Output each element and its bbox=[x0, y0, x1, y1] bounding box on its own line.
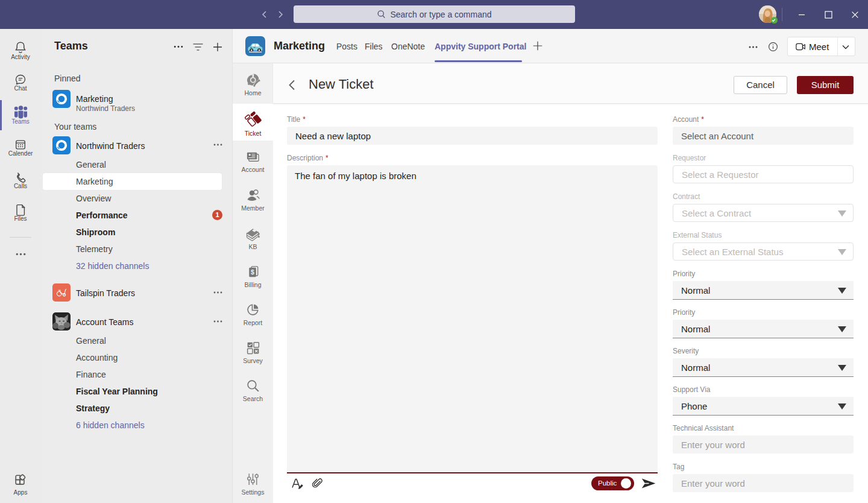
svg-text:$: $ bbox=[251, 268, 254, 276]
